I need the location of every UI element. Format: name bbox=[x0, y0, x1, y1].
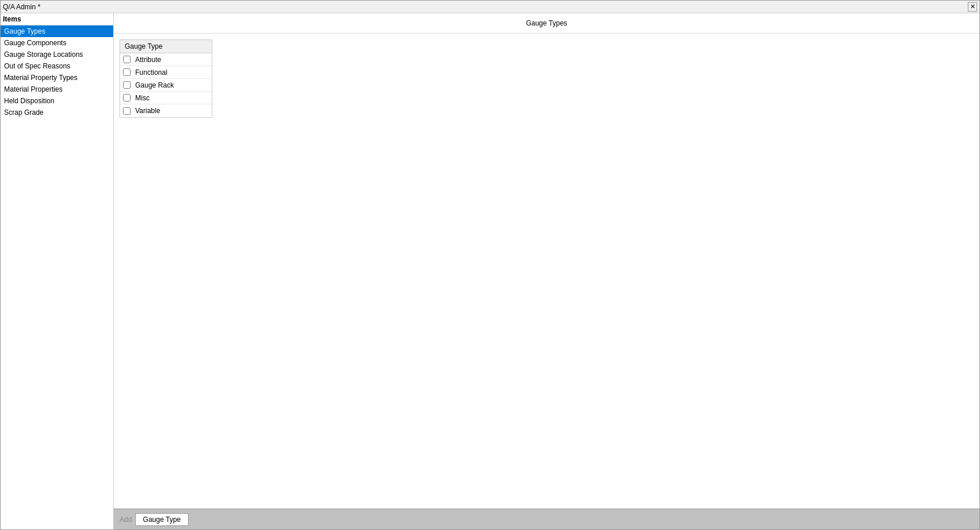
sidebar: Items Gauge Types Gauge Components Gauge… bbox=[1, 13, 114, 529]
table-row[interactable]: Functional bbox=[120, 66, 212, 79]
checkbox-functional[interactable] bbox=[123, 68, 131, 76]
row-label-misc: Misc bbox=[133, 94, 212, 102]
close-button[interactable]: ✕ bbox=[968, 2, 977, 12]
checkbox-misc[interactable] bbox=[123, 94, 131, 101]
add-label: Add bbox=[120, 516, 132, 524]
sidebar-item-material-property-types[interactable]: Material Property Types bbox=[1, 72, 113, 84]
sidebar-item-gauge-components[interactable]: Gauge Components bbox=[1, 37, 113, 49]
sidebar-item-material-properties[interactable]: Material Properties bbox=[1, 84, 113, 95]
sidebar-header: Items bbox=[1, 13, 113, 26]
main-area: Items Gauge Types Gauge Components Gauge… bbox=[1, 13, 979, 529]
sidebar-item-gauge-storage-locations[interactable]: Gauge Storage Locations bbox=[1, 49, 113, 60]
row-checkbox-functional[interactable] bbox=[120, 68, 133, 76]
sidebar-list: Gauge Types Gauge Components Gauge Stora… bbox=[1, 26, 113, 529]
content-title: Gauge Types bbox=[114, 13, 979, 34]
row-checkbox-variable[interactable] bbox=[120, 107, 133, 115]
row-label-variable: Variable bbox=[133, 107, 212, 115]
footer-bar: Add Gauge Type bbox=[114, 509, 979, 529]
gauge-type-column-header: Gauge Type bbox=[120, 40, 212, 53]
add-gauge-type-button[interactable]: Gauge Type bbox=[135, 513, 188, 526]
row-checkbox-gauge-rack[interactable] bbox=[120, 81, 133, 89]
table-row[interactable]: Variable bbox=[120, 104, 212, 117]
checkbox-gauge-rack[interactable] bbox=[123, 81, 131, 89]
row-checkbox-misc[interactable] bbox=[120, 94, 133, 101]
row-label-functional: Functional bbox=[133, 68, 212, 77]
checkbox-attribute[interactable] bbox=[123, 56, 131, 63]
main-window: Q/A Admin * ✕ Items Gauge Types Gauge Co… bbox=[0, 0, 980, 530]
row-checkbox-attribute[interactable] bbox=[120, 56, 133, 63]
title-bar: Q/A Admin * ✕ bbox=[1, 1, 979, 13]
window-title: Q/A Admin * bbox=[3, 3, 968, 11]
content-area: Gauge Types Gauge Type Attribute bbox=[114, 13, 979, 529]
sidebar-item-held-disposition[interactable]: Held Disposition bbox=[1, 95, 113, 107]
sidebar-item-gauge-types[interactable]: Gauge Types bbox=[1, 26, 113, 37]
table-row[interactable]: Gauge Rack bbox=[120, 79, 212, 92]
sidebar-item-scrap-grade[interactable]: Scrap Grade bbox=[1, 107, 113, 118]
table-row[interactable]: Attribute bbox=[120, 53, 212, 66]
table-row[interactable]: Misc bbox=[120, 92, 212, 104]
row-label-attribute: Attribute bbox=[133, 56, 212, 64]
row-label-gauge-rack: Gauge Rack bbox=[133, 81, 212, 89]
content-body: Gauge Type Attribute Functional bbox=[114, 34, 979, 509]
sidebar-item-out-of-spec-reasons[interactable]: Out of Spec Reasons bbox=[1, 60, 113, 72]
checkbox-variable[interactable] bbox=[123, 107, 131, 115]
gauge-type-table: Gauge Type Attribute Functional bbox=[120, 39, 212, 118]
